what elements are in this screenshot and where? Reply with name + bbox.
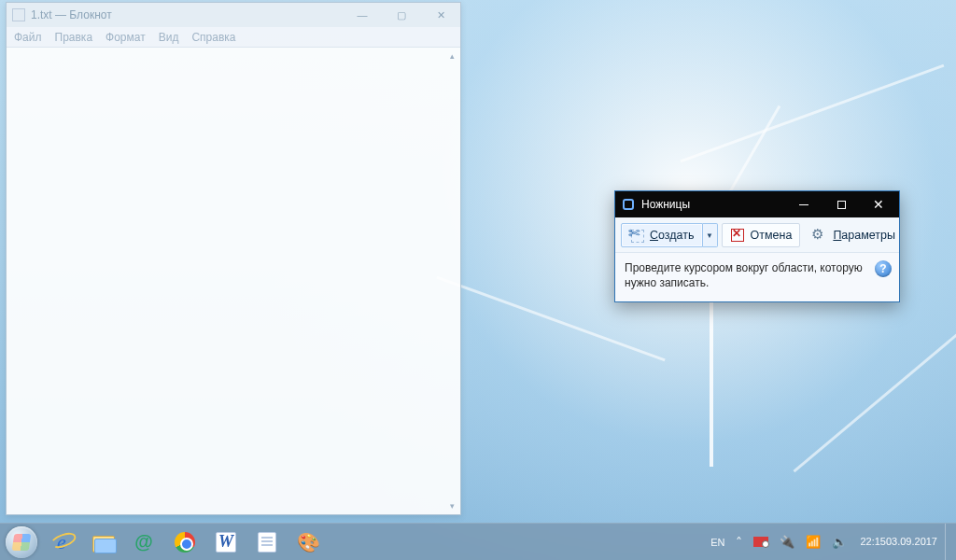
- new-label-rest: оздать: [658, 229, 694, 242]
- system-tray: EN 22:15 03.09.2017: [705, 524, 956, 560]
- scroll-down-icon[interactable]: ▾: [445, 499, 458, 512]
- taskbar-word[interactable]: [206, 525, 246, 559]
- new-snip-button[interactable]: Создать: [621, 223, 703, 247]
- chrome-icon: [173, 530, 197, 554]
- cancel-label: Отмена: [751, 229, 793, 242]
- start-button[interactable]: [6, 526, 37, 558]
- taskbar-ie[interactable]: [42, 525, 81, 559]
- taskbar-explorer[interactable]: [83, 525, 122, 559]
- at-sign-icon: [132, 530, 156, 554]
- clock[interactable]: 22:15 03.09.2017: [852, 524, 945, 560]
- scissors-icon: [621, 197, 636, 212]
- snip-titlebar[interactable]: Ножницы ✕: [615, 191, 899, 217]
- action-center-icon[interactable]: [748, 524, 774, 560]
- snip-toolbar: Создать ▼ Отмена Параметры: [615, 217, 899, 253]
- notepad-icon: [258, 532, 276, 553]
- cancel-icon: [730, 228, 745, 243]
- snip-hint-area: Проведите курсором вокруг области, котор…: [615, 253, 899, 301]
- menu-help[interactable]: Справка: [191, 31, 235, 44]
- new-snip-mode-dropdown[interactable]: ▼: [703, 223, 718, 247]
- paint-icon: [296, 530, 320, 554]
- taskbar-notepad[interactable]: [247, 525, 287, 559]
- internet-explorer-icon: [49, 530, 74, 554]
- decor-beam: [681, 64, 945, 162]
- decor-beam: [793, 315, 956, 472]
- options-label-rest: араметры: [841, 229, 895, 242]
- taskbar-mail-agent[interactable]: [124, 525, 163, 559]
- menu-format[interactable]: Формат: [105, 31, 146, 44]
- scroll-up-icon[interactable]: ▴: [445, 49, 458, 63]
- desktop: 1.txt — Блокнот — ▢ ✕ Файл Правка Формат…: [0, 0, 956, 560]
- options-button[interactable]: Параметры: [804, 223, 904, 247]
- menu-view[interactable]: Вид: [159, 31, 179, 44]
- maximize-button[interactable]: [822, 191, 860, 217]
- flag-icon: [753, 537, 768, 547]
- power-icon[interactable]: [774, 524, 800, 560]
- snipping-tool-window: Ножницы ✕ Создать ▼ Отмена Параметры: [614, 190, 900, 302]
- snip-title: Ножницы: [641, 198, 690, 211]
- close-button[interactable]: ✕: [421, 3, 460, 27]
- notepad-text-area[interactable]: ▴ ▾: [7, 48, 460, 514]
- notepad-title: 1.txt — Блокнот: [31, 8, 112, 21]
- network-icon[interactable]: [800, 524, 826, 560]
- scissors-icon: [629, 228, 644, 243]
- clock-date: 03.09.2017: [886, 536, 937, 548]
- taskbar-chrome[interactable]: [165, 525, 204, 559]
- decor-beam: [710, 299, 713, 467]
- maximize-button[interactable]: ▢: [382, 3, 421, 27]
- notepad-app-icon: [12, 8, 25, 21]
- word-icon: [216, 532, 236, 553]
- file-explorer-icon: [91, 530, 115, 554]
- gear-icon: [812, 228, 827, 243]
- snip-hint-text: Проведите курсором вокруг области, котор…: [625, 261, 863, 289]
- taskbar-paint[interactable]: [288, 525, 328, 559]
- help-icon[interactable]: ?: [875, 260, 892, 277]
- notepad-titlebar[interactable]: 1.txt — Блокнот — ▢ ✕: [7, 3, 460, 27]
- close-button[interactable]: ✕: [860, 191, 897, 217]
- show-hidden-icons[interactable]: [730, 524, 748, 560]
- notepad-window: 1.txt — Блокнот — ▢ ✕ Файл Правка Формат…: [6, 2, 461, 515]
- minimize-button[interactable]: [785, 191, 822, 217]
- taskbar: EN 22:15 03.09.2017: [0, 523, 956, 560]
- clock-time: 22:15: [860, 536, 886, 548]
- new-snip-splitbutton[interactable]: Создать ▼: [621, 223, 718, 247]
- notepad-menubar: Файл Правка Формат Вид Справка: [7, 27, 460, 48]
- language-indicator[interactable]: EN: [705, 524, 730, 560]
- show-desktop-button[interactable]: [945, 524, 952, 560]
- menu-edit[interactable]: Правка: [55, 31, 93, 44]
- cancel-button[interactable]: Отмена: [722, 223, 801, 247]
- menu-file[interactable]: Файл: [14, 31, 42, 44]
- minimize-button[interactable]: —: [343, 3, 382, 27]
- volume-icon[interactable]: [826, 524, 852, 560]
